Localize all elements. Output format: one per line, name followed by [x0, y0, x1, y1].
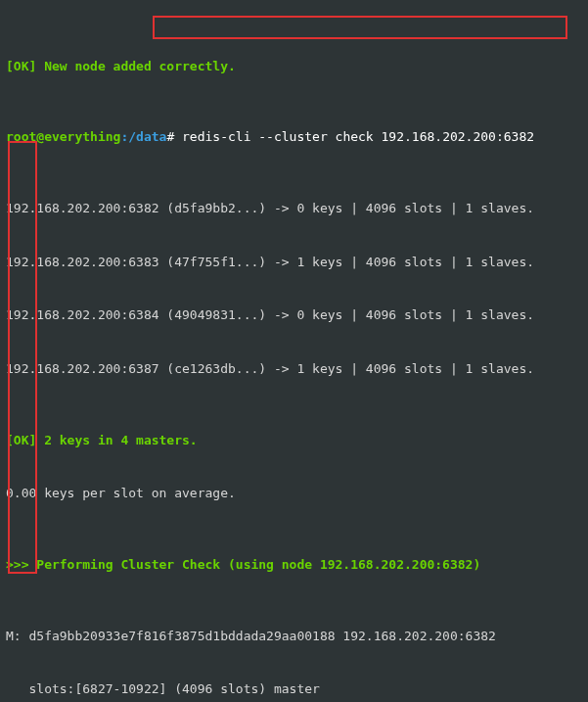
stats-line: 0.00 keys per slot on average.	[6, 485, 582, 502]
annotation-box-command	[153, 16, 567, 39]
node-line: M: d5fa9bb20933e7f816f3875d1bddada29aa00…	[6, 628, 582, 645]
terminal-window[interactable]: [OK] New node added correctly. root@ever…	[0, 0, 588, 702]
summary-line: 192.168.202.200:6383 (47f755f1...) -> 1 …	[6, 254, 582, 271]
summary-line: 192.168.202.200:6384 (49049831...) -> 0 …	[6, 306, 582, 324]
node-line: slots:[6827-10922] (4096 slots) master	[6, 680, 582, 698]
header-check: >>> Performing Cluster Check (using node…	[6, 557, 480, 572]
ok-keys-masters: [OK] 2 keys in 4 masters.	[6, 433, 198, 447]
ok-new-node: [OK] New node added correctly.	[6, 59, 236, 73]
prompt-line-1[interactable]: root@everything:/data# redis-cli --clust…	[6, 128, 582, 146]
prompt-user: root@everything	[6, 129, 120, 144]
prompt-path: :/data	[120, 129, 166, 144]
summary-line: 192.168.202.200:6382 (d5fa9bb2...) -> 0 …	[6, 200, 582, 217]
summary-line: 192.168.202.200:6387 (ce1263db...) -> 1 …	[6, 360, 582, 378]
prompt-hash: #	[166, 129, 174, 144]
command-text: redis-cli --cluster check 192.168.202.20…	[182, 129, 534, 144]
